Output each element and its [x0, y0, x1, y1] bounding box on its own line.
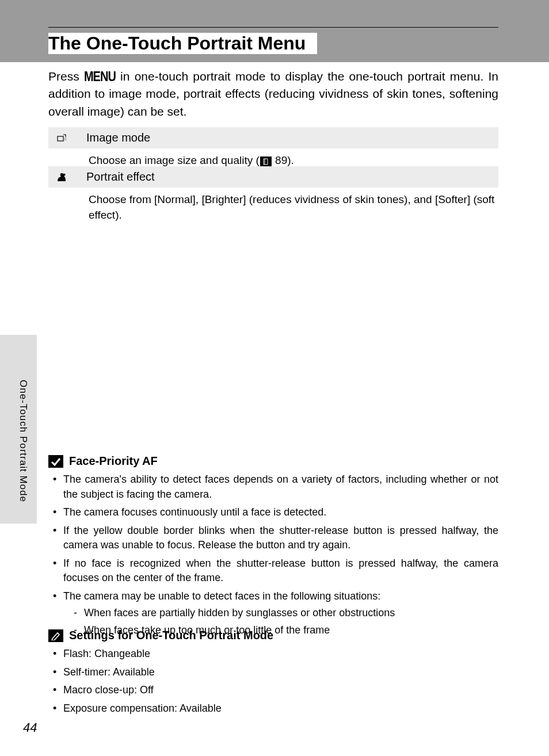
page-number: 44: [23, 720, 37, 735]
note-bullet-list: Flash: Changeable Self-timer: Available …: [48, 647, 498, 716]
list-item: The camera focuses continuously until a …: [48, 505, 498, 520]
portrait-effect-icon: [55, 172, 68, 182]
note-title: Face-Priority AF: [69, 455, 158, 468]
side-tab-label: One-Touch Portrait Mode: [17, 380, 29, 502]
intro-text-post: in one-touch portrait mode to display th…: [48, 70, 498, 118]
list-item: The camera's ability to detect faces dep…: [48, 472, 498, 502]
list-item: Flash: Changeable: [48, 647, 498, 662]
section-body: Choose from [Normal], [Brighter] (reduce…: [48, 188, 498, 228]
title-rule: [48, 27, 498, 28]
manual-page: One-Touch Portrait Mode The One-Touch Po…: [0, 0, 549, 756]
page-reference-number: 89: [275, 154, 287, 166]
list-item: If the yellow double border blinks when …: [48, 524, 498, 553]
section-header: Image mode: [48, 127, 498, 148]
section-heading-text: Portrait effect: [86, 170, 155, 184]
svg-rect-0: [58, 136, 63, 141]
image-mode-icon: [55, 133, 68, 143]
list-item: If no face is recognized when the shutte…: [48, 556, 498, 586]
list-item: Exposure compensation: Available: [48, 701, 498, 716]
list-item: Macro close-up: Off: [48, 683, 498, 698]
page-title: The One-Touch Portrait Menu: [48, 33, 317, 54]
page-reference-icon: [260, 156, 272, 167]
section-header: Portrait effect: [48, 166, 498, 188]
sublist-item: When faces are partially hidden by sungl…: [63, 606, 498, 621]
menu-button-glyph: MENU: [84, 67, 116, 86]
note-bullet-list: The camera's ability to detect faces dep…: [48, 472, 498, 637]
list-item: Self-timer: Available: [48, 665, 498, 680]
note-face-priority-af: Face-Priority AF The camera's ability to…: [48, 455, 498, 641]
intro-paragraph: Press MENU in one-touch portrait mode to…: [48, 68, 498, 120]
pencil-icon: [48, 629, 63, 642]
note-header: Face-Priority AF: [48, 455, 498, 468]
section-heading-text: Image mode: [86, 131, 150, 144]
body-text-post: ).: [287, 154, 294, 166]
note-title: Settings for One-Touch Portrait Mode: [69, 629, 273, 642]
caution-icon: [48, 455, 63, 468]
section-portrait-effect: Portrait effect Choose from [Normal], [B…: [48, 166, 498, 228]
list-item-text: The camera may be unable to detect faces…: [63, 590, 380, 602]
note-settings: Settings for One-Touch Portrait Mode Fla…: [48, 629, 498, 719]
body-text-pre: Choose an image size and quality (: [89, 154, 260, 166]
intro-text-pre: Press: [48, 70, 84, 83]
note-header: Settings for One-Touch Portrait Mode: [48, 629, 498, 642]
